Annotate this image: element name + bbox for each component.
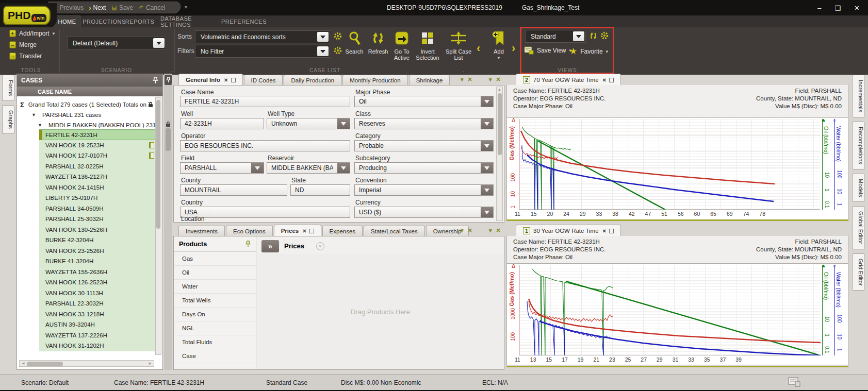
product-item[interactable]: Oil — [174, 266, 256, 280]
case-row[interactable]: VAN HOOK 130-2526H — [39, 225, 156, 235]
cases-horizontal-scrollbar[interactable]: ◄ ► — [19, 360, 154, 367]
dropdown-chevron-icon[interactable] — [251, 163, 264, 173]
product-item[interactable]: Water — [174, 280, 256, 294]
previous-button[interactable]: ‹ Previous — [55, 4, 84, 11]
country-field[interactable]: USA — [180, 207, 350, 218]
tab-close-icon[interactable]: ✕ — [602, 228, 607, 234]
tab-prices[interactable]: Prices ✕ — [274, 225, 321, 236]
scroll-up-arrow-icon[interactable]: ▲ — [497, 87, 502, 92]
dropdown-chevron-icon[interactable] — [337, 163, 350, 173]
scenario-dialog-launcher-icon[interactable]: ← — [170, 68, 175, 74]
form-tab[interactable]: Shrinkage — [409, 75, 450, 86]
scroll-left-icon[interactable]: ‹ — [477, 42, 480, 55]
dropdown-chevron-icon[interactable] — [481, 141, 493, 151]
split-case-list-button[interactable]: Split Case List — [444, 29, 473, 66]
case-row[interactable]: WAYZETTA 137-2226H — [39, 330, 156, 341]
class-dropdown[interactable]: Reserves — [354, 118, 494, 129]
form-vertical-scrollbar[interactable]: ▲ — [496, 87, 503, 221]
eco-tab[interactable]: State/Local Taxes — [364, 226, 425, 236]
case-row[interactable]: PARSHALL 22-3032H — [39, 298, 156, 309]
panel-close-icon[interactable]: ✕ — [468, 76, 472, 83]
tab-reports[interactable]: REPORTS — [125, 15, 154, 27]
group-row-middle-bakken[interactable]: ▼ MIDDLE BAKKEN (BAKKEN POOL) 231 c — [17, 120, 162, 130]
chart2-plot[interactable] — [519, 265, 820, 355]
field-dropdown[interactable]: PARSHALL — [180, 162, 264, 174]
scenario-dropdown-chevron-icon[interactable] — [153, 38, 165, 48]
product-item[interactable]: Total Wells — [174, 294, 256, 308]
form-tab[interactable]: Monthly Production — [342, 75, 407, 86]
product-item[interactable]: Case — [174, 349, 256, 363]
form-tab[interactable]: Daily Production — [284, 75, 341, 86]
operator-field[interactable]: EOG RESOURCES INC. — [180, 140, 350, 151]
invert-selection-button[interactable]: Invert Selection — [414, 29, 441, 66]
drag-products-dropzone[interactable]: Drag Products Here — [257, 254, 504, 369]
tab-float-icon[interactable] — [609, 78, 614, 82]
panel-close-icon[interactable]: ✕ — [468, 227, 472, 234]
subcategory-dropdown[interactable]: Producing — [354, 162, 494, 174]
well-field[interactable]: 42-3231H — [180, 118, 264, 129]
case-row[interactable]: BURKE 41-3204H — [39, 256, 156, 267]
case-row[interactable]: LIBERTY 25-0107H — [39, 193, 156, 203]
save-button[interactable]: Save — [111, 4, 133, 11]
case-row[interactable]: BURKE 42-3204H — [39, 235, 156, 246]
maximize-button[interactable]: ❑ — [834, 4, 841, 12]
filters-dropdown-chevron-icon[interactable] — [317, 46, 329, 56]
case-row[interactable]: VAN HOOK 24-1415H — [39, 182, 156, 193]
panel-collapse-icon[interactable]: ▾ — [489, 227, 492, 234]
case-row[interactable]: VAN HOOK 31-1202H — [39, 341, 156, 351]
case-name-column-header[interactable]: CASE NAME — [17, 87, 162, 96]
tab-close-icon[interactable]: ✕ — [302, 228, 306, 234]
expand-products-button[interactable]: » — [261, 240, 279, 252]
panel-collapse-icon[interactable]: ▾ — [461, 76, 464, 83]
right-dock-tab[interactable]: Grid Editor — [852, 253, 864, 291]
add-button[interactable]: Add ▾ — [487, 29, 511, 66]
case-list-dialog-launcher-icon[interactable]: ← — [462, 68, 467, 74]
filters-dropdown[interactable]: No Filter — [195, 45, 330, 58]
minimize-button[interactable]: – — [817, 4, 821, 12]
dropdown-chevron-icon[interactable] — [481, 163, 493, 173]
product-item[interactable]: Gas — [174, 252, 256, 266]
well-type-dropdown[interactable]: Unknown — [267, 118, 350, 129]
grand-total-row[interactable]: Σ Grand Total 279 cases (1 Selected) Tot… — [17, 99, 162, 110]
tab-general-info[interactable]: General Info ✕ — [178, 74, 243, 86]
eco-tab[interactable]: Eco Options — [226, 226, 273, 236]
case-name-field[interactable]: FERTILE 42-3231H — [180, 96, 350, 107]
right-dock-tab[interactable]: Models — [852, 174, 864, 202]
dropdown-chevron-icon[interactable] — [481, 118, 493, 129]
search-button[interactable]: Search — [342, 29, 366, 66]
case-row[interactable]: VAN HOOK 19-2523H — [39, 140, 156, 151]
case-row[interactable]: PARSHALL 25-3032H — [39, 214, 156, 225]
scroll-left-arrow-icon[interactable]: ◄ — [21, 360, 25, 367]
view-dropdown[interactable]: Standard — [525, 30, 586, 43]
pin-icon[interactable] — [245, 241, 251, 247]
case-row[interactable]: PARSHALL 32-0225H — [39, 161, 156, 172]
panel-close-icon[interactable]: ✕ — [496, 76, 501, 83]
dock-tab-graphs[interactable]: Graphs — [2, 105, 14, 134]
right-dock-tab[interactable]: Recompletions — [852, 122, 864, 169]
case-row[interactable]: WAYZETTA 155-2636H — [39, 267, 156, 278]
tab-projections[interactable]: PROJECTIONS — [84, 15, 124, 27]
product-item[interactable]: Total Fluids — [174, 335, 256, 349]
sorts-dropdown-chevron-icon[interactable] — [317, 32, 329, 42]
sorts-dropdown[interactable]: Volumetric and Economic sorts — [195, 30, 330, 43]
cases-vertical-scrollbar[interactable] — [155, 97, 161, 355]
case-row[interactable]: AUSTIN 39-3204H — [39, 319, 156, 330]
reservoir-dropdown[interactable]: MIDDLE BAKKEN (BAKKEN P — [267, 162, 350, 174]
refresh-button[interactable]: Refresh — [366, 29, 390, 66]
view-sync-icon[interactable] — [589, 31, 598, 40]
sorts-gear-icon[interactable] — [334, 32, 342, 40]
county-field[interactable]: MOUNTRAIL — [180, 184, 287, 196]
tab-float-icon[interactable] — [309, 229, 314, 233]
right-dock-tab[interactable]: Incrementals — [852, 75, 864, 117]
pin-icon[interactable] — [153, 77, 158, 84]
tab-close-icon[interactable]: ✕ — [224, 77, 228, 83]
view-dropdown-chevron-icon[interactable] — [573, 31, 584, 41]
next-button[interactable]: › Next — [89, 4, 106, 11]
panel-collapse-icon[interactable]: ▾ — [461, 227, 464, 234]
tab-float-icon[interactable] — [609, 229, 614, 233]
form-tab[interactable]: ID Codes — [244, 75, 283, 86]
dropdown-chevron-icon[interactable] — [481, 96, 493, 107]
tab-preferences[interactable]: PREFERENCES — [223, 15, 265, 27]
tab-database-settings[interactable]: DATABASE SETTINGS — [160, 15, 218, 27]
case-row[interactable]: VAN HOOK 126-2523H — [39, 277, 156, 288]
